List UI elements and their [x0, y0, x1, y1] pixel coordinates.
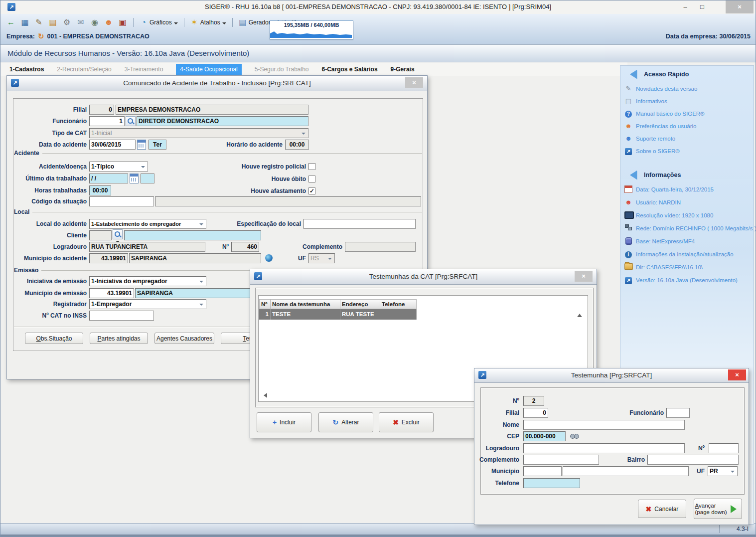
cliente-name-field[interactable]: [124, 230, 261, 240]
cat-inss-field[interactable]: [89, 311, 154, 321]
tab-recrutam[interactable]: 2-Recrutam/Seleção: [57, 66, 111, 73]
excluir-button[interactable]: ✖ Excluir: [379, 412, 434, 432]
testemunha-dialog-close-button[interactable]: ×: [728, 369, 746, 380]
sidebar-item-informativos[interactable]: ▤ Informativos: [624, 97, 667, 105]
calendar-icon[interactable]: [137, 140, 146, 150]
funcionario-field[interactable]: [666, 408, 690, 418]
printer-icon[interactable]: ▣: [117, 17, 128, 28]
cliente-label: Cliente: [11, 230, 87, 240]
sidebar-item-novidades[interactable]: ✎ Novidades desta versão: [624, 85, 697, 93]
nome-field[interactable]: [523, 420, 685, 430]
scroll-left-icon[interactable]: [261, 393, 267, 398]
local-acidente-select[interactable]: 1-Estabelecimento do empregador: [89, 219, 206, 229]
tab-treinamento[interactable]: 3-Treinamento: [125, 66, 163, 73]
obs-situacao-button[interactable]: Obs.Situação: [25, 333, 83, 344]
cancelar-button[interactable]: ✖ Cancelar: [638, 500, 686, 518]
tab-seguranca[interactable]: 5-Segur.do Trabalho: [255, 66, 309, 73]
uf-select[interactable]: PR: [708, 466, 738, 476]
acidente-doenca-select[interactable]: 1-Típico: [89, 162, 148, 172]
afastamento-checkbox[interactable]: [308, 187, 315, 194]
municipio-emissao-code-field[interactable]: 43.19901: [89, 288, 134, 298]
horas-field[interactable]: 00:00: [89, 185, 111, 195]
telefone-field[interactable]: [523, 478, 580, 488]
tab-saude-ocupacional[interactable]: 4-Saúde Ocupacional: [176, 64, 241, 75]
info-item-label: Versão: 16.10a Java (Desenvolvimento): [636, 277, 738, 283]
informacoes-header[interactable]: Informações: [625, 171, 681, 179]
sidebar-item-label: Novidades desta versão: [636, 86, 697, 92]
bairro-field[interactable]: [647, 455, 739, 465]
sidebar-item-suporte[interactable]: ☻ Suporte remoto: [624, 135, 675, 143]
cep-search-icon[interactable]: [570, 433, 579, 439]
atalhos-menu[interactable]: ✶ Atalhos: [189, 17, 227, 28]
especificacao-field[interactable]: [303, 219, 416, 229]
testemunhas-dialog-close-button[interactable]: ×: [575, 271, 593, 282]
sidebar-item-manual[interactable]: ? Manual básico do SIGER®: [624, 110, 705, 118]
graficos-menu[interactable]: ◔ Gráficos: [139, 17, 179, 28]
cat-dialog-close-button[interactable]: ×: [405, 77, 423, 88]
calendar-icon[interactable]: [130, 174, 139, 183]
minimize-button[interactable]: –: [677, 0, 694, 13]
exit-icon[interactable]: ←: [5, 17, 16, 28]
data-acidente-field[interactable]: 30/06/2015: [89, 140, 136, 150]
maximize-button[interactable]: □: [694, 0, 711, 13]
municipio-name-field[interactable]: [563, 466, 689, 476]
sidebar-item-label: Suporte remoto: [636, 136, 675, 142]
tab-gerais[interactable]: 9-Gerais: [391, 66, 415, 73]
acidente-group: Acidente: [14, 150, 422, 157]
info-item-data[interactable]: Data: Quarta-feira, 30/12/2015: [624, 185, 714, 193]
info-item-instalacao[interactable]: i Informações da instalação/atualização: [624, 250, 734, 258]
registrador-select[interactable]: 1-Empregador: [89, 299, 206, 309]
obito-checkbox[interactable]: [308, 176, 315, 182]
info-item-dir[interactable]: Dir: C:\BASES\FPA\16.10\: [624, 263, 703, 271]
view-icon[interactable]: ◉: [89, 17, 100, 28]
municipio-emissao-name-field[interactable]: SAPIRANGA: [135, 288, 261, 298]
info-item-label: Rede: Domínio RECHINFO ( 1000 Megabits/s…: [636, 225, 756, 231]
toolbar-separator: [232, 18, 233, 27]
tab-cargos[interactable]: 6-Cargos e Salários: [322, 66, 378, 73]
settings-icon[interactable]: ⚙: [61, 17, 72, 28]
info-item-base[interactable]: Base: NetExpress/MF4: [624, 237, 695, 245]
alterar-button[interactable]: ↻ Alterar: [318, 412, 373, 432]
partes-atingidas-button[interactable]: Partes atingidas: [90, 333, 148, 344]
municipio-code-field[interactable]: [523, 466, 562, 476]
organizer-icon[interactable]: ▤: [47, 17, 58, 28]
users-icon[interactable]: ☻: [103, 17, 114, 28]
globe-icon[interactable]: [265, 254, 273, 262]
cell-endereco: RUA TESTE: [340, 309, 380, 320]
info-item-usuario[interactable]: ☻ Usuário: NARDIN: [624, 198, 681, 206]
testemunha-dialog-titlebar[interactable]: ↗ Testemunha [Prg:SRFCAT] ×: [474, 368, 749, 383]
mail-icon[interactable]: ✉: [75, 17, 86, 28]
iniciativa-select[interactable]: 1-Iniciativa do empregador: [89, 276, 206, 286]
notes-icon[interactable]: ✎: [33, 17, 44, 28]
scroll-up-icon[interactable]: [577, 311, 582, 317]
funcionario-number-field[interactable]: 1: [89, 116, 125, 126]
logradouro-field[interactable]: [523, 443, 685, 453]
sidebar-item-preferencias[interactable]: ☻ Preferências do usuário: [624, 122, 696, 130]
cep-field[interactable]: 00.000-000: [523, 431, 566, 441]
acesso-rapido-header[interactable]: Acesso Rápido: [625, 70, 689, 79]
codigo-situacao-field[interactable]: [89, 196, 154, 206]
info-item-resolucao[interactable]: Resolução vídeo: 1920 x 1080: [624, 211, 713, 219]
tab-cadastros[interactable]: 1-Cadastros: [9, 66, 44, 73]
incluir-button[interactable]: + Incluir: [257, 412, 311, 432]
sidebar-item-sobre[interactable]: ↗ Sobre o SIGER®: [624, 147, 680, 155]
close-button[interactable]: ×: [726, 0, 754, 13]
calculator-icon[interactable]: ▦: [19, 17, 30, 28]
info-item-versao[interactable]: ↗ Versão: 16.10a Java (Desenvolvimento): [624, 276, 738, 284]
cat-dialog-titlebar[interactable]: ↗ Comunicado de Acidente de Trabalho - I…: [7, 76, 427, 91]
search-icon[interactable]: [126, 116, 136, 126]
filial-field[interactable]: 0: [523, 408, 548, 418]
agentes-causadores-button[interactable]: Agentes Causadores: [154, 333, 214, 344]
numero-field[interactable]: [709, 443, 739, 453]
avancar-button[interactable]: Avançar (page down): [694, 499, 742, 519]
testemunha-dialog: ↗ Testemunha [Prg:SRFCAT] × Nº 2 Filial …: [474, 368, 749, 525]
registro-policial-checkbox[interactable]: [308, 163, 315, 170]
ultimo-dia-field[interactable]: / /: [89, 174, 128, 183]
search-icon[interactable]: [113, 229, 123, 239]
info-item-rede[interactable]: Rede: Domínio RECHINFO ( 1000 Megabits/s…: [624, 224, 756, 232]
testemunhas-dialog-titlebar[interactable]: ↗ Testemunhas da CAT [Prg:SRFCAT] ×: [250, 269, 597, 285]
complemento-field[interactable]: [523, 455, 599, 465]
refresh-icon[interactable]: ↻: [38, 32, 44, 41]
funcionario-name-field[interactable]: DIRETOR DEMONSTRACAO: [137, 116, 308, 126]
cell-telefone: [380, 309, 417, 320]
